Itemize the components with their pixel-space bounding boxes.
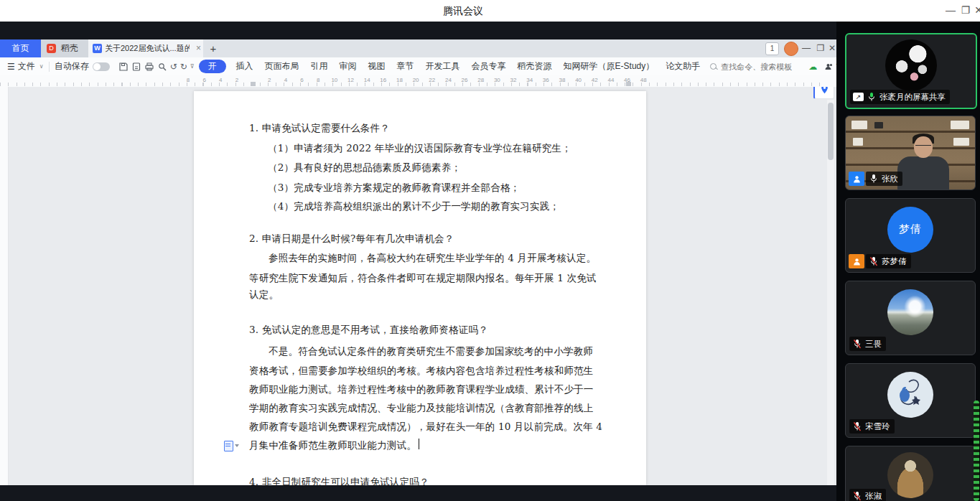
participant-label: 苏梦倩 (866, 254, 911, 268)
tab-docer[interactable]: D 稻壳 (41, 39, 88, 57)
participant-video (846, 116, 975, 189)
toolbar-more-icon[interactable]: ⊽ (190, 63, 195, 70)
document-canvas: 1. 申请免试认定需要什么条件？ （1）申请者须为 2022 年毕业的汉语国际教… (0, 87, 836, 485)
menu-member[interactable]: 会员专享 (466, 60, 512, 72)
menu-paper-assistant[interactable]: 论文助手 (660, 60, 706, 72)
new-tab-button[interactable]: + (206, 39, 220, 57)
participant-label: ↗ 张袤月的屏幕共享 (850, 90, 950, 104)
doc-line: 2. 申请日期是什么时候?每年有几次申请机会？ (249, 233, 454, 245)
doc-line: 3. 免试认定的意思是不用考试，直接给教师资格证吗？ (249, 324, 488, 337)
tab-home[interactable]: 首页 (0, 39, 41, 57)
menu-dev-tools[interactable]: 开发工具 (420, 60, 466, 72)
participant-label: 三畏 (849, 337, 886, 351)
tab-close-icon[interactable]: × (196, 39, 201, 57)
meeting-close-button[interactable]: ✕ (971, 0, 980, 22)
participant-tile[interactable]: 梦倩 苏梦倩 (845, 198, 976, 273)
meeting-minimize-button[interactable]: — (943, 0, 958, 22)
doc-line: 资格考试，但需要参加学校组织的考核。考核内容包含培养过程性考核和师范生 (249, 365, 594, 378)
people-icon (824, 62, 834, 71)
menu-view[interactable]: 视图 (363, 60, 391, 72)
participant-tile[interactable]: 宋雪玲 (845, 363, 976, 438)
export-pdf-icon[interactable] (131, 60, 141, 72)
wps-account-avatar[interactable] (784, 42, 798, 56)
location-pin-box[interactable] (813, 87, 834, 99)
menu-section[interactable]: 章节 (391, 60, 420, 72)
doc-line: （1）申请者须为 2022 年毕业的汉语国际教育专业学位在籍研究生； (268, 142, 571, 155)
mic-on-icon (867, 92, 877, 103)
menu-cnki[interactable]: 知网研学（原E-Study） (558, 60, 661, 72)
location-pin-icon (820, 87, 829, 95)
autosave-toggle[interactable] (93, 62, 110, 71)
app-root: 腾讯会议 — ❐ ✕ 首页 D 稻壳 W 关于2022届免试认...题的解答20… (0, 0, 980, 501)
cloud-sync-icon[interactable]: ☁ (808, 62, 817, 72)
menu-insert[interactable]: 插入 (230, 60, 259, 72)
print-icon[interactable] (144, 60, 154, 72)
wps-window: 首页 D 稻壳 W 关于2022届免试认...题的解答2022.3 × + 1 … (0, 39, 836, 501)
file-menu[interactable]: ☰ 文件 ∨ (7, 60, 44, 72)
save-icon[interactable] (118, 60, 129, 72)
chevron-down-icon: ∨ (39, 63, 44, 70)
avatar (887, 372, 933, 418)
participant-label: 宋雪玲 (849, 419, 895, 434)
autosave-control[interactable]: 自动保存 (55, 60, 110, 72)
person-icon (852, 174, 862, 184)
doc-line: 月集中准备师范生教师职业能力测试。 (249, 439, 416, 452)
writer-doc-icon: W (93, 44, 102, 53)
comment-caret-icon[interactable] (235, 444, 239, 447)
menu-references[interactable]: 引用 (305, 60, 334, 72)
avatar: 梦倩 (887, 207, 933, 253)
shared-screen: 首页 D 稻壳 W 关于2022届免试认...题的解答2022.3 × + 1 … (0, 22, 836, 501)
undo-icon[interactable]: ↺ (170, 60, 177, 72)
print-preview-icon[interactable] (157, 60, 167, 72)
tab-start[interactable]: 开始 (199, 60, 226, 73)
avatar (887, 452, 933, 498)
right-indent-marker[interactable] (626, 82, 631, 86)
document-page[interactable]: 1. 申请免试认定需要什么条件？ （1）申请者须为 2022 年毕业的汉语国际教… (194, 91, 646, 485)
menu-review[interactable]: 审阅 (334, 60, 363, 72)
search-input[interactable] (719, 62, 808, 72)
participant-tile-sharer[interactable]: ↗ 张袤月的屏幕共享 (845, 33, 977, 109)
participant-tile[interactable]: 张欣 (845, 116, 976, 190)
menu-docer-resources[interactable]: 稻壳资源 (512, 60, 558, 72)
doc-line: 4. 非全日制研究生可以申请免试认定吗？ (249, 476, 429, 485)
horizontal-ruler[interactable]: 8642246810121416182022242628303234363840… (0, 75, 836, 88)
doc-line: 学期的教育实习实践完成情况、专业能力及技能培训情况（含教育部推荐的线上 (249, 402, 594, 415)
screen-share-icon: ↗ (853, 93, 864, 101)
mic-muted-icon (852, 421, 862, 432)
wps-minimize-button[interactable]: — (800, 39, 813, 57)
text-cursor (419, 439, 419, 449)
participant-tile[interactable]: 张淑 (845, 446, 976, 501)
meeting-title: 腾讯会议 (0, 0, 926, 22)
hamburger-icon: ☰ (7, 62, 15, 72)
participant-name: 三畏 (865, 339, 882, 350)
participants-scrollbar[interactable] (974, 401, 979, 501)
command-search[interactable] (710, 62, 808, 72)
participant-name: 张淑 (865, 491, 882, 501)
vertical-ruler (0, 87, 9, 485)
comment-icon[interactable] (224, 441, 233, 451)
document-tab-title: 关于2022届免试认...题的解答2022.3 (105, 39, 190, 57)
participant-label: 张欣 (866, 172, 902, 186)
doc-line: 认定。 (249, 289, 279, 301)
doc-scrollbar-thumb[interactable] (828, 103, 834, 160)
tab-document[interactable]: W 关于2022届免试认...题的解答2022.3 × (88, 39, 203, 57)
left-indent-marker[interactable] (251, 82, 256, 86)
participant-name: 张袤月的屏幕共享 (879, 92, 946, 103)
window-count-badge[interactable]: 1 (765, 42, 779, 55)
redo-icon[interactable]: ↻ (180, 60, 187, 72)
mic-muted-icon (852, 491, 862, 501)
mic-muted-icon (869, 256, 879, 267)
host-badge (849, 172, 864, 186)
line-art-avatar (887, 372, 933, 418)
doc-line: 教师职业能力测试。培养过程性考核中的教师教育课程学业成绩、累计不少于一 (249, 383, 594, 396)
mic-muted-icon (852, 339, 862, 350)
participant-name: 张欣 (882, 174, 898, 184)
cohost-badge (849, 254, 864, 268)
participant-tile[interactable]: 三畏 (845, 281, 976, 355)
mic-on-icon (869, 174, 879, 184)
docer-logo-icon: D (47, 44, 56, 53)
doc-line: （3）完成专业培养方案规定的教师教育课程并全部合格； (268, 182, 520, 195)
participant-label: 张淑 (849, 489, 886, 501)
menu-page-layout[interactable]: 页面布局 (259, 60, 305, 72)
wps-tab-bar: 首页 D 稻壳 W 关于2022届免试认...题的解答2022.3 × + 1 … (0, 39, 836, 57)
